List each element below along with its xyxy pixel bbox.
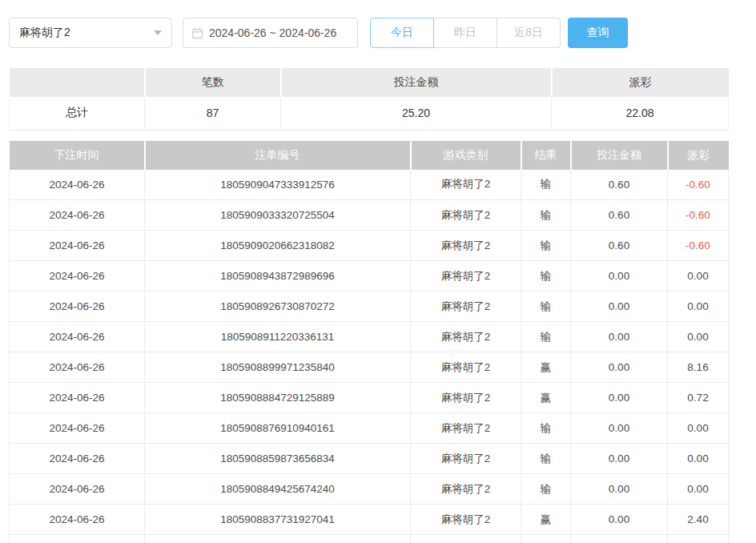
bet-amount-cell: 0.00	[571, 352, 668, 383]
game-type-cell: 麻将胡了2	[411, 231, 521, 261]
summary-header-bet-amount: 投注金额	[281, 68, 552, 97]
game-type-cell: 麻将胡了2	[411, 413, 521, 444]
table-row: 2024-06-261805908943872989696麻将胡了2输0.000…	[10, 261, 729, 292]
col-header-payout: 派彩	[668, 141, 729, 170]
summary-header-blank	[10, 68, 145, 97]
table-row: 2024-06-261805908859873656834麻将胡了2输0.000…	[10, 444, 729, 474]
calendar-icon	[191, 27, 203, 39]
quick-filter-yesterday-button[interactable]: 昨日	[433, 18, 497, 48]
quick-filter-today-button[interactable]: 今日	[370, 18, 434, 48]
quick-filter-last8days-button[interactable]: 近8日	[497, 18, 561, 48]
date-range-value: 2024-06-26 ~ 2024-06-26	[209, 26, 336, 39]
table-row: 2024-06-261805908837731927041麻将胡了2赢0.002…	[10, 505, 729, 535]
bet-time-cell: 2024-06-26	[10, 505, 145, 535]
result-cell: 输	[521, 474, 571, 505]
summary-header-payout: 派彩	[552, 68, 729, 97]
total-payout: 22.08	[552, 97, 729, 130]
col-header-game-type: 游戏类别	[411, 141, 521, 170]
order-id-cell: 1805908837731927041	[145, 505, 411, 535]
result-cell: 赢	[521, 505, 571, 535]
summary-table: 笔数 投注金额 派彩 总计 87 25.20 22.08	[9, 68, 729, 131]
table-row: 2024-06-261805908876910940161麻将胡了2输0.000…	[10, 413, 729, 444]
empty-cell	[668, 535, 729, 543]
bet-time-cell: 2024-06-26	[10, 170, 145, 200]
summary-total-row: 总计 87 25.20 22.08	[10, 97, 729, 130]
bet-amount-cell: 0.60	[571, 231, 668, 261]
result-cell: 赢	[521, 383, 571, 413]
table-row: 2024-06-261805908884729125889麻将胡了2赢0.000…	[10, 383, 729, 413]
order-id-cell: 1805908926730870272	[145, 292, 411, 322]
game-type-cell: 麻将胡了2	[411, 383, 521, 413]
bet-amount-cell: 0.00	[571, 444, 668, 474]
col-header-bet-time: 下注时间	[10, 141, 145, 170]
payout-cell: 0.00	[668, 444, 729, 474]
query-toolbar: 麻将胡了2 2024-06-26 ~ 2024-06-26 今日昨日近8日 查询	[9, 18, 756, 48]
table-row: 2024-06-261805908911220336131麻将胡了2输0.000…	[10, 322, 729, 352]
bet-time-cell: 2024-06-26	[10, 352, 145, 383]
game-type-cell: 麻将胡了2	[411, 474, 521, 505]
result-cell: 输	[521, 261, 571, 292]
col-header-bet-amount: 投注金额	[571, 141, 668, 170]
result-cell: 赢	[521, 352, 571, 383]
bet-time-cell: 2024-06-26	[10, 444, 145, 474]
payout-cell: 2.40	[668, 505, 729, 535]
query-button[interactable]: 查询	[568, 18, 628, 48]
betting-records-page: 麻将胡了2 2024-06-26 ~ 2024-06-26 今日昨日近8日 查询	[0, 0, 756, 543]
payout-cell: -0.60	[668, 231, 729, 261]
payout-cell: 0.00	[668, 413, 729, 444]
bet-amount-cell: 0.00	[571, 505, 668, 535]
detail-header-row: 下注时间 注单编号 游戏类别 结果 投注金额 派彩	[10, 141, 729, 170]
chevron-down-icon	[154, 30, 162, 35]
payout-cell: -0.60	[668, 200, 729, 231]
empty-cell	[571, 535, 668, 543]
order-id-cell: 1805908943872989696	[145, 261, 411, 292]
game-type-cell: 麻将胡了2	[411, 352, 521, 383]
order-id-cell: 1805908849425674240	[145, 474, 411, 505]
game-type-cell: 麻将胡了2	[411, 322, 521, 352]
bet-amount-cell: 0.00	[571, 322, 668, 352]
payout-cell: 0.00	[668, 474, 729, 505]
payout-cell: 0.00	[668, 292, 729, 322]
table-row: 2024-06-261805908849425674240麻将胡了2输0.000…	[10, 474, 729, 505]
col-header-result: 结果	[521, 141, 571, 170]
empty-cell	[10, 535, 145, 543]
result-cell: 输	[521, 231, 571, 261]
game-type-cell: 麻将胡了2	[411, 200, 521, 231]
bet-time-cell: 2024-06-26	[10, 474, 145, 505]
empty-cell	[145, 535, 411, 543]
result-cell: 输	[521, 170, 571, 200]
result-cell: 输	[521, 322, 571, 352]
table-row: 2024-06-261805909020662318082麻将胡了2输0.60-…	[10, 231, 729, 261]
payout-cell: 0.72	[668, 383, 729, 413]
total-count: 87	[145, 97, 281, 130]
quick-filter-group: 今日昨日近8日	[370, 18, 561, 48]
order-id-cell: 1805908876910940161	[145, 413, 411, 444]
date-range-input[interactable]: 2024-06-26 ~ 2024-06-26	[183, 18, 358, 48]
summary-header-count: 笔数	[145, 68, 281, 97]
total-label: 总计	[10, 97, 145, 130]
game-type-cell: 麻将胡了2	[411, 170, 521, 200]
result-cell: 输	[521, 292, 571, 322]
bet-time-cell: 2024-06-26	[10, 231, 145, 261]
order-id-cell: 1805908859873656834	[145, 444, 411, 474]
order-id-cell: 1805909020662318082	[145, 231, 411, 261]
table-row: 2024-06-261805909047333912576麻将胡了2输0.60-…	[10, 170, 729, 200]
detail-table-body: 2024-06-261805909047333912576麻将胡了2输0.60-…	[10, 170, 729, 543]
table-row: 2024-06-261805908926730870272麻将胡了2输0.000…	[10, 292, 729, 322]
bet-amount-cell: 0.00	[571, 413, 668, 444]
order-id-cell: 1805909047333912576	[145, 170, 411, 200]
bet-amount-cell: 0.00	[571, 474, 668, 505]
order-id-cell: 1805908911220336131	[145, 322, 411, 352]
order-id-cell: 1805908884729125889	[145, 383, 411, 413]
result-cell: 输	[521, 444, 571, 474]
order-id-cell: 1805908899971235840	[145, 352, 411, 383]
game-select[interactable]: 麻将胡了2	[9, 18, 172, 48]
game-type-cell: 麻将胡了2	[411, 444, 521, 474]
bet-time-cell: 2024-06-26	[10, 322, 145, 352]
bet-amount-cell: 0.00	[571, 261, 668, 292]
game-select-value: 麻将胡了2	[19, 26, 70, 40]
bet-time-cell: 2024-06-26	[10, 200, 145, 231]
bet-amount-cell: 0.00	[571, 383, 668, 413]
order-id-cell: 1805909033320725504	[145, 200, 411, 231]
payout-cell: 0.00	[668, 322, 729, 352]
